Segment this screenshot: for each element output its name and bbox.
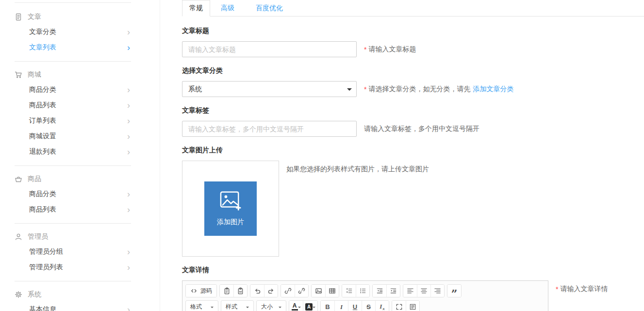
sidebar-item-mall-settings[interactable]: 商城设置 › xyxy=(15,129,131,144)
chevron-right-icon: › xyxy=(127,132,131,141)
sidebar-section-article[interactable]: 文章 xyxy=(15,10,160,24)
article-tags-input[interactable] xyxy=(182,121,357,137)
italic-icon: I xyxy=(340,303,343,311)
underline-button[interactable]: U xyxy=(348,301,362,311)
sidebar-item-label: 基本信息 xyxy=(29,305,56,311)
insert-table-button[interactable] xyxy=(325,285,339,297)
italic-button[interactable]: I xyxy=(334,301,348,311)
link-button[interactable] xyxy=(281,285,295,297)
add-category-link[interactable]: 添加文章分类 xyxy=(473,85,513,94)
tab-general[interactable]: 常规 xyxy=(182,0,210,16)
sidebar-item-label: 文章列表 xyxy=(29,43,56,52)
paste-from-word-button[interactable] xyxy=(233,285,247,297)
chevron-right-icon: › xyxy=(127,85,131,94)
sidebar-item-goods-list[interactable]: 商品列表 › xyxy=(15,202,131,217)
sidebar-item-basic-info[interactable]: 基本信息 › xyxy=(15,302,131,311)
sidebar-item-mall-goods-category[interactable]: 商品分类 › xyxy=(15,82,131,98)
sidebar-item-refund-list[interactable]: 退款列表 › xyxy=(15,144,131,160)
sidebar-divider xyxy=(15,223,131,224)
align-left-button[interactable] xyxy=(403,285,417,297)
indent-icon xyxy=(390,287,397,295)
mall-icon xyxy=(15,71,22,79)
sidebar-item-label: 管理员分组 xyxy=(29,247,63,256)
chevron-right-icon: › xyxy=(127,147,131,156)
tab-baidu-seo[interactable]: 百度优化 xyxy=(245,0,294,16)
sidebar-section-mall[interactable]: 商城 xyxy=(15,67,160,82)
dropdown-caret-icon xyxy=(246,307,249,310)
background-color-button[interactable]: A xyxy=(303,301,317,311)
add-image-button[interactable]: 添加图片 xyxy=(204,181,257,236)
undo-button[interactable] xyxy=(250,285,264,297)
article-form: 文章标题 * 请输入文章标题 选择文章分类 系统 * 请选择文章分类，如无分类，… xyxy=(182,16,644,311)
indent-button[interactable] xyxy=(386,285,400,297)
sidebar-item-label: 商品列表 xyxy=(29,205,56,214)
redo-button[interactable] xyxy=(264,285,278,297)
align-right-button[interactable] xyxy=(430,285,444,297)
bold-button[interactable]: B xyxy=(321,301,334,311)
paste-from-word-icon xyxy=(237,287,244,295)
insert-image-button[interactable] xyxy=(312,285,325,297)
ordered-list-button[interactable] xyxy=(342,285,356,297)
sidebar-item-admin-group[interactable]: 管理员分组 › xyxy=(15,244,131,260)
source-code-icon xyxy=(190,287,198,295)
sidebar: 文章 文章分类 › 文章列表 › 商城 商品分类 › 商品列表 › 订单列表 › xyxy=(0,0,160,311)
sidebar-item-order-list[interactable]: 订单列表 › xyxy=(15,113,131,129)
source-code-button[interactable]: 源码 xyxy=(186,285,216,297)
font-size-dropdown[interactable]: 大小 xyxy=(257,301,286,311)
article-title-input[interactable] xyxy=(182,41,357,57)
redo-icon xyxy=(267,287,275,295)
sidebar-section-system[interactable]: 系统 xyxy=(15,287,160,302)
sidebar-item-label: 商品分类 xyxy=(29,85,56,94)
article-title-hint: * 请输入文章标题 xyxy=(364,45,416,54)
sidebar-item-goods-category[interactable]: 商品分类 › xyxy=(15,186,131,202)
align-center-icon xyxy=(420,287,428,295)
article-detail-label: 文章详情 xyxy=(182,266,644,275)
style-dropdown[interactable]: 样式 xyxy=(221,301,253,311)
format-dropdown[interactable]: 格式 xyxy=(186,301,218,311)
article-tags-label: 文章标签 xyxy=(182,106,644,115)
show-blocks-icon xyxy=(409,303,416,311)
text-color-button[interactable]: A xyxy=(289,301,303,311)
sidebar-item-article-list[interactable]: 文章列表 › xyxy=(15,40,131,55)
chevron-right-icon: › xyxy=(127,43,131,52)
show-blocks-button[interactable] xyxy=(406,301,419,311)
align-center-button[interactable] xyxy=(417,285,430,297)
sidebar-divider xyxy=(15,281,131,281)
paste-button[interactable] xyxy=(220,285,233,297)
required-mark: * xyxy=(364,85,366,93)
outdent-button[interactable] xyxy=(373,285,386,297)
article-tags-hint: 请输入文章标签，多个用中文逗号隔开 xyxy=(364,125,479,133)
tab-bar: 常规 高级 百度优化 xyxy=(182,0,644,16)
unlink-button[interactable] xyxy=(295,285,308,297)
link-icon xyxy=(284,287,292,295)
ordered-list-icon xyxy=(346,287,353,295)
bullet-list-button[interactable] xyxy=(356,285,369,297)
sidebar-section-admin[interactable]: 管理员 xyxy=(15,229,160,244)
sidebar-section-label: 商城 xyxy=(28,70,41,79)
maximize-button[interactable] xyxy=(392,301,406,311)
sidebar-divider xyxy=(15,2,131,3)
sidebar-item-mall-goods-list[interactable]: 商品列表 › xyxy=(15,98,131,113)
chevron-right-icon: › xyxy=(127,205,131,214)
sidebar-section-goods[interactable]: 商品 xyxy=(15,172,160,186)
required-mark: * xyxy=(556,285,558,293)
chevron-right-icon: › xyxy=(127,101,131,110)
dropdown-caret-icon xyxy=(211,307,214,310)
tab-advanced[interactable]: 高级 xyxy=(210,0,245,16)
editor-toolbar: 源码 xyxy=(182,281,548,311)
sidebar-item-label: 商品分类 xyxy=(29,190,56,198)
admin-page: 文章 文章分类 › 文章列表 › 商城 商品分类 › 商品列表 › 订单列表 › xyxy=(0,0,644,311)
align-left-icon xyxy=(407,287,414,295)
blockquote-button[interactable]: ” xyxy=(447,285,461,297)
sidebar-item-label: 退款列表 xyxy=(29,147,56,156)
article-category-select[interactable]: 系统 xyxy=(182,81,357,97)
strikethrough-button[interactable]: S xyxy=(362,301,375,311)
add-image-button-label: 添加图片 xyxy=(217,218,244,227)
selected-category-value: 系统 xyxy=(188,85,202,94)
insert-image-icon xyxy=(315,287,322,295)
sidebar-item-admin-list[interactable]: 管理员列表 › xyxy=(15,260,131,275)
sidebar-section-label: 文章 xyxy=(28,13,41,21)
sidebar-item-article-category[interactable]: 文章分类 › xyxy=(15,24,131,40)
remove-format-button[interactable]: Ix xyxy=(375,301,389,311)
chevron-right-icon: › xyxy=(127,28,131,36)
